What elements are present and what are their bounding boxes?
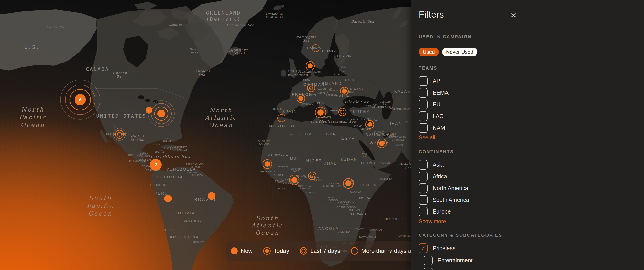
map-marker-now[interactable]	[208, 192, 216, 200]
show-more-link[interactable]: Show more	[419, 218, 446, 225]
checkbox-box	[419, 100, 428, 109]
checkbox-box: ✓	[419, 243, 428, 253]
checkbox-box	[424, 256, 433, 265]
filters-panel: Filters ✕ USED IN CAMPAIGN UsedNever Use…	[410, 0, 644, 270]
checkbox-box	[419, 207, 428, 216]
checkbox-label: NAM	[433, 125, 445, 131]
checkbox-label: South America	[433, 197, 469, 203]
legend-item-more7: More than 7 days ago	[351, 247, 415, 255]
legend-now-icon	[230, 247, 238, 255]
checkbox-label: Entertainment	[438, 257, 472, 264]
legend-today-icon	[263, 247, 271, 255]
see-all-link[interactable]: See all	[419, 134, 435, 141]
map-legend: NowTodayLast 7 daysMore than 7 days ago	[226, 241, 415, 260]
checkbox-africa[interactable]: Africa	[419, 171, 469, 182]
section-teams: TEAMS	[419, 65, 437, 71]
checkbox-asia[interactable]: Asia	[419, 159, 469, 171]
filter-pill-never-used[interactable]: Never Used	[442, 48, 477, 56]
section-category-subcategories: CATEGORY & SUBCATEGORIES	[419, 233, 502, 238]
checkbox-label: LAC	[433, 113, 444, 119]
checkbox-nam[interactable]: NAM	[419, 122, 448, 134]
checkbox-label: EU	[433, 101, 440, 108]
checkbox-ap[interactable]: AP	[419, 75, 448, 87]
continents-checkbox-list: AsiaAfricaNorth AmericaSouth AmericaEuro…	[419, 159, 469, 217]
category-checkbox-list: ✓PricelessEntertainment	[419, 242, 472, 270]
checkbox-label: AP	[433, 78, 440, 84]
checkbox-label: Priceless	[433, 245, 455, 251]
checkbox-eema[interactable]: EEMA	[419, 87, 448, 98]
legend-label: More than 7 days ago	[361, 247, 415, 254]
checkbox-label: Asia	[433, 162, 444, 168]
checkbox-box	[419, 111, 428, 121]
checkbox-priceless[interactable]: ✓Priceless	[419, 242, 472, 254]
legend-label: Now	[241, 247, 252, 254]
checkbox-box	[419, 195, 428, 205]
svg-text:2: 2	[154, 162, 157, 168]
checkbox-box	[419, 88, 428, 98]
checkbox-lac[interactable]: LAC	[419, 110, 448, 122]
checkbox-box	[424, 268, 433, 270]
checkbox-europe[interactable]: Europe	[419, 206, 469, 217]
checkbox-label: EEMA	[433, 90, 448, 96]
legend-item-today: Today	[263, 247, 289, 255]
checkbox-box	[419, 160, 428, 170]
checkbox-box	[419, 76, 428, 86]
filter-pill-used[interactable]: Used	[419, 48, 439, 56]
map-marker-now[interactable]	[164, 195, 172, 202]
teams-checkbox-list: APEEMAEULACNAM	[419, 75, 448, 134]
checkbox-box	[419, 183, 428, 193]
close-icon[interactable]: ✕	[509, 11, 518, 20]
legend-label: Today	[274, 247, 289, 254]
checkbox-box	[419, 172, 428, 181]
checkbox-label: Europe	[433, 208, 451, 215]
section-used-in-campaign: USED IN CAMPAIGN	[419, 34, 472, 39]
checkbox-entertainment[interactable]: Entertainment	[424, 254, 472, 266]
legend-item-now: Now	[230, 247, 252, 255]
legend-item-last7: Last 7 days	[300, 247, 340, 255]
legend-last7-icon	[300, 247, 307, 255]
check-icon: ✓	[421, 245, 426, 251]
checkbox-eu[interactable]: EU	[419, 98, 448, 110]
legend-more7-icon	[351, 247, 358, 255]
checkbox-unlabeled[interactable]	[424, 266, 472, 270]
checkbox-box	[419, 123, 428, 133]
panel-title: Filters	[419, 10, 444, 20]
checkbox-north-america[interactable]: North America	[419, 182, 469, 194]
campaign-map-screen: GREENLAND(Denmark)U.S.CANADAUNITED STATE…	[0, 0, 644, 270]
checkbox-south-america[interactable]: South America	[419, 194, 469, 206]
svg-text:6: 6	[79, 97, 82, 102]
legend-label: Last 7 days	[310, 247, 340, 254]
checkbox-label: North America	[433, 185, 468, 191]
checkbox-label: Africa	[433, 173, 447, 180]
map-marker-cluster[interactable]: 2	[150, 159, 162, 171]
used-toggle-group: UsedNever Used	[419, 48, 477, 56]
section-continents: CONTINENTS	[419, 149, 454, 154]
